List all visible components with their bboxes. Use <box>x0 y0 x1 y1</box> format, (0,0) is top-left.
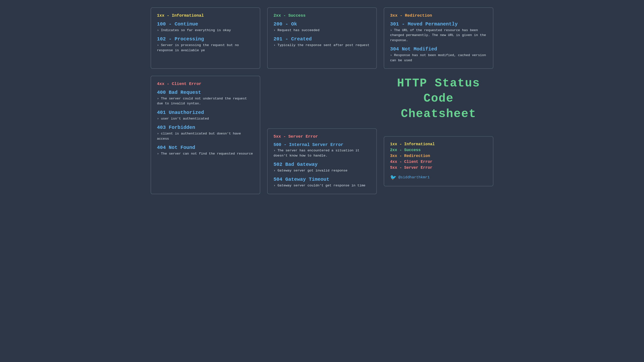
category-label-3xx: 3xx - Redirection <box>390 13 487 18</box>
card-4xx: 4xx - Client Error 400 Bad Request › The… <box>150 76 260 194</box>
status-desc-403: › client is authenticated but doesn't ha… <box>157 131 254 141</box>
status-code-401: 401 Unauthorized <box>157 110 254 115</box>
twitter-icon: 🐦 <box>390 174 396 180</box>
category-label-5xx: 5xx - Server Error <box>274 134 370 139</box>
status-desc-502: › Gateway server got invalid response <box>274 168 370 173</box>
status-code-502: 502 Bad Gateway <box>274 162 370 167</box>
status-code-201: 201 - Created <box>274 36 370 42</box>
status-code-403: 403 Forbidden <box>157 125 254 130</box>
status-code-304: 304 Not Modified <box>390 46 487 52</box>
legend-card: 1xx - Informational 2xx - Success 3xx - … <box>384 136 494 186</box>
status-desc-304: › Response has not been modified, cached… <box>390 53 487 63</box>
status-code-102: 102 - Processing <box>157 36 254 42</box>
status-desc-100: › Indicates so far everything is okay <box>157 28 254 33</box>
status-desc-201: › Typically the response sent after post… <box>274 43 370 48</box>
status-code-404: 404 Not Found <box>157 145 254 150</box>
status-code-400: 400 Bad Request <box>157 90 254 95</box>
status-desc-500: › The server has encountered a situation… <box>274 148 370 158</box>
status-code-200: 200 - Ok <box>274 21 370 27</box>
card-5xx: 5xx - Server Error 500 - Internal Server… <box>267 128 377 194</box>
legend-3xx: 3xx - Redirection <box>390 154 487 158</box>
category-label-1xx: 1xx - Informational <box>157 13 254 18</box>
category-label-2xx: 2xx - Success <box>274 13 370 18</box>
legend-2xx: 2xx - Success <box>390 148 487 152</box>
status-code-500: 500 - Internal Server Error <box>274 142 370 147</box>
twitter-username: @siddharthkmr1 <box>398 175 430 180</box>
card-1xx: 1xx - Informational 100 - Continue › Ind… <box>150 7 260 69</box>
status-desc-200: › Request has succeeded <box>274 28 370 33</box>
status-desc-400: › The server could not understand the re… <box>157 96 254 106</box>
legend-4xx: 4xx - Client Error <box>390 160 487 164</box>
status-code-100: 100 - Continue <box>157 21 254 27</box>
status-desc-401: › user isn't authenticated <box>157 116 254 121</box>
status-desc-301: › The URL of the requested resource has … <box>390 28 487 43</box>
legend-area: 1xx - Informational 2xx - Success 3xx - … <box>384 128 494 194</box>
status-desc-404: › The server can not find the requested … <box>157 151 254 156</box>
status-code-301: 301 - Moved Permanently <box>390 21 487 27</box>
legend-5xx: 5xx - Server Error <box>390 166 487 170</box>
status-desc-504: › Gateway server couldn't get response i… <box>274 183 370 188</box>
card-3xx: 3xx - Redirection 301 - Moved Permanentl… <box>384 7 494 69</box>
status-desc-102: › Server is processing the request but n… <box>157 43 254 53</box>
legend-1xx: 1xx - Informational <box>390 142 487 146</box>
main-title: HTTP Status Code Cheatsheet <box>384 76 494 122</box>
twitter-handle: 🐦 @siddharthkmr1 <box>390 174 487 180</box>
status-code-504: 504 Gateway Timeout <box>274 176 370 182</box>
category-label-4xx: 4xx - Client Error <box>157 82 254 86</box>
title-section: HTTP Status Code Cheatsheet <box>384 76 494 122</box>
row2-empty <box>267 76 377 122</box>
card-2xx: 2xx - Success 200 - Ok › Request has suc… <box>267 7 377 69</box>
